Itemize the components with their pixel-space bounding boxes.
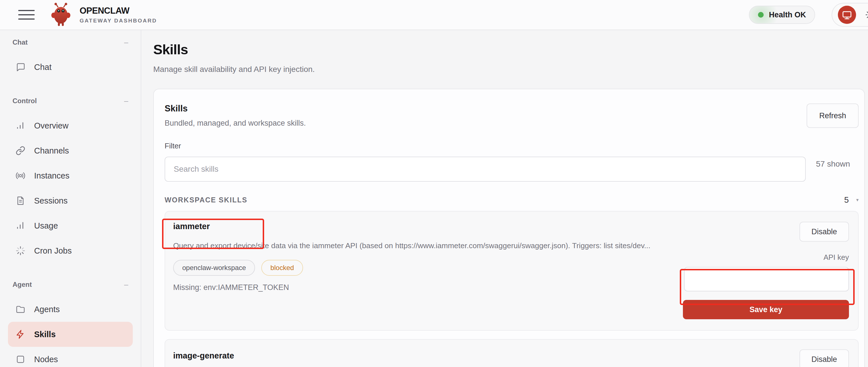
chat-bubble-icon: [16, 62, 26, 72]
tag-openclaw-workspace: openclaw-workspace: [173, 260, 255, 276]
sidebar-item-label: Skills: [34, 330, 56, 339]
tag-blocked: blocked: [261, 260, 303, 276]
workspace-skills-label: WORKSPACE SKILLS: [165, 196, 247, 204]
sidebar-item-label: Sessions: [34, 196, 68, 206]
theme-switcher: [832, 3, 868, 27]
theme-system-button[interactable]: [838, 6, 856, 24]
sidebar-item-skills[interactable]: Skills: [8, 322, 133, 347]
disable-button[interactable]: Disable: [800, 222, 849, 242]
sidebar-section-control: Control –: [12, 97, 128, 105]
disable-button[interactable]: Disable: [800, 349, 849, 367]
skill-name: iammeter: [173, 222, 683, 231]
brand-text: OPENCLAW GATEWAY DASHBOARD: [80, 6, 157, 24]
skill-card-image-generate: image-generate Disable: [165, 339, 859, 367]
sidebar-item-sessions[interactable]: Sessions: [8, 188, 133, 213]
sidebar-item-label: Channels: [34, 146, 69, 155]
panel-subtitle: Bundled, managed, and workspace skills.: [165, 119, 306, 128]
link-icon: [16, 146, 26, 156]
folder-icon: [16, 304, 26, 314]
sidebar-item-label: Instances: [34, 171, 69, 181]
chevron-down-icon: ▾: [856, 197, 859, 203]
skills-panel: Skills Bundled, managed, and workspace s…: [153, 89, 865, 367]
sidebar-item-label: Nodes: [34, 355, 58, 364]
api-key-label: API key: [824, 253, 849, 262]
sidebar-section-agent: Agent –: [12, 280, 128, 289]
api-key-input[interactable]: [684, 267, 849, 292]
shown-count: 57 shown: [816, 157, 859, 169]
page-subtitle: Manage skill availability and API key in…: [153, 65, 868, 74]
main-content: Skills Manage skill availability and API…: [141, 30, 868, 367]
sidebar-item-label: Overview: [34, 121, 68, 130]
openclaw-mascot-logo: [48, 2, 73, 27]
search-input[interactable]: [165, 157, 806, 182]
group-count-value: 5: [844, 195, 849, 205]
sidebar-item-nodes[interactable]: Nodes: [8, 347, 133, 367]
menu-icon[interactable]: [18, 8, 35, 21]
missing-env-text: Missing: env:IAMMETER_TOKEN: [173, 283, 683, 292]
panel-title: Skills: [165, 103, 306, 114]
section-label: Agent: [12, 281, 32, 288]
health-dot-icon: [758, 12, 764, 18]
sidebar-item-channels[interactable]: Channels: [8, 138, 133, 163]
node-icon: [16, 354, 26, 364]
sidebar-item-label: Agents: [34, 305, 60, 314]
sidebar: Chat – Chat Control – Overview Channels: [0, 30, 141, 367]
sidebar-item-cron-jobs[interactable]: Cron Jobs: [8, 238, 133, 263]
collapse-icon[interactable]: –: [124, 97, 128, 105]
skill-description: Query and export device/site data via th…: [173, 239, 651, 252]
monitor-icon: [842, 10, 852, 20]
sidebar-item-usage[interactable]: Usage: [8, 213, 133, 238]
theme-light-button[interactable]: [865, 10, 868, 20]
bar-chart-icon: [16, 221, 26, 231]
sidebar-item-agents[interactable]: Agents: [8, 297, 133, 322]
sidebar-item-label: Usage: [34, 221, 58, 231]
health-status-badge[interactable]: Health OK: [749, 6, 815, 24]
filter-label: Filter: [165, 142, 859, 150]
sidebar-item-chat[interactable]: Chat: [8, 55, 133, 80]
sun-icon: [865, 10, 868, 20]
mascot-icon: [49, 3, 73, 27]
refresh-button[interactable]: Refresh: [807, 103, 859, 128]
broadcast-icon: [16, 171, 26, 181]
lightning-icon: [16, 329, 26, 339]
collapse-icon[interactable]: –: [124, 38, 128, 47]
skill-name: image-generate: [173, 351, 683, 361]
sidebar-item-label: Cron Jobs: [34, 246, 72, 255]
app-header: OPENCLAW GATEWAY DASHBOARD Health OK: [0, 0, 868, 30]
spinner-icon: [16, 246, 26, 256]
group-count-dropdown[interactable]: 5 ▾: [844, 195, 859, 205]
sidebar-section-chat: Chat –: [12, 38, 128, 47]
section-label: Control: [12, 97, 37, 105]
sidebar-item-overview[interactable]: Overview: [8, 113, 133, 138]
section-label: Chat: [12, 38, 28, 46]
sidebar-item-label: Chat: [34, 63, 52, 72]
document-icon: [16, 195, 26, 206]
skill-card-iammeter: iammeter Query and export device/site da…: [165, 211, 859, 331]
sidebar-item-instances[interactable]: Instances: [8, 163, 133, 188]
page-title: Skills: [153, 41, 868, 57]
save-key-button[interactable]: Save key: [683, 300, 849, 319]
health-label: Health OK: [769, 10, 806, 19]
bar-chart-icon: [16, 121, 26, 131]
brand-subtitle: GATEWAY DASHBOARD: [80, 18, 157, 24]
panel-head-text: Skills Bundled, managed, and workspace s…: [165, 103, 306, 128]
brand-title: OPENCLAW: [80, 6, 157, 16]
collapse-icon[interactable]: –: [124, 280, 128, 289]
